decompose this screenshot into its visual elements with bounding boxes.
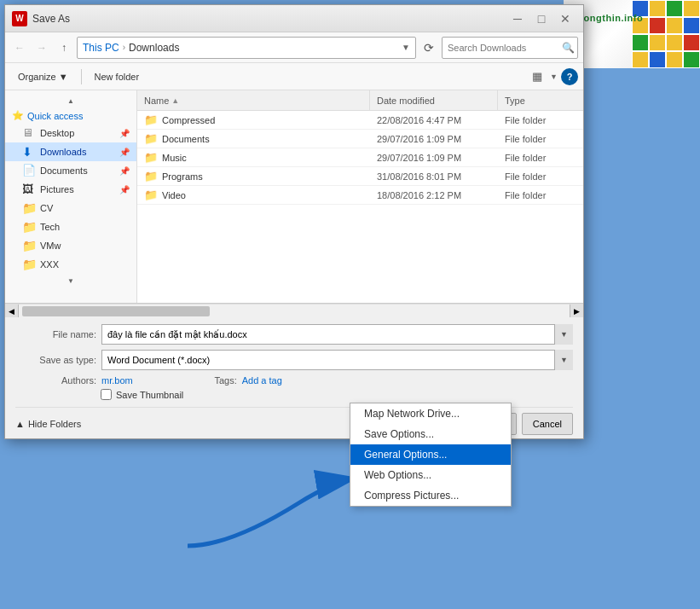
help-button[interactable]: ?: [561, 68, 578, 85]
filename-row: File name: ▼: [15, 324, 573, 345]
quick-access-header[interactable]: ⭐ Quick access: [5, 107, 136, 124]
save-thumbnail-checkbox[interactable]: [101, 389, 112, 400]
cv-folder-icon: 📁: [22, 201, 36, 215]
file-type-cell: File folder: [498, 134, 583, 144]
minimize-button[interactable]: ─: [506, 10, 529, 27]
file-type-cell: File folder: [498, 115, 583, 125]
savetype-dropdown-arrow[interactable]: ▼: [554, 350, 573, 370]
dropdown-item-web-options[interactable]: Web Options...: [350, 465, 511, 485]
breadcrumb[interactable]: This PC › Downloads ▼: [77, 37, 416, 59]
pictures-folder-icon: 🖼: [22, 183, 36, 196]
sidebar-item-desktop[interactable]: 🖥 Desktop 📌: [5, 124, 136, 142]
sidebar: ▲ ⭐ Quick access 🖥 Desktop 📌 ⬇ Downloads…: [5, 90, 137, 303]
wm-cell-3: [666, 0, 683, 17]
organize-button[interactable]: Organize ▼: [10, 67, 76, 86]
filename-input[interactable]: [101, 324, 573, 345]
maximize-button[interactable]: □: [530, 10, 552, 27]
hide-folders-arrow-icon: ▲: [15, 419, 25, 429]
sidebar-item-xxx[interactable]: 📁 XXX: [5, 255, 136, 274]
file-folder-icon: 📁: [144, 132, 158, 145]
xxx-folder-icon: 📁: [22, 258, 36, 271]
column-date[interactable]: Date modified: [370, 90, 498, 110]
sidebar-item-cv[interactable]: 📁 CV: [5, 199, 136, 218]
sidebar-scroll-up[interactable]: ▲: [5, 94, 136, 107]
sidebar-scroll-down[interactable]: ▼: [5, 274, 136, 287]
wm-cell-15: [666, 51, 683, 68]
column-type[interactable]: Type: [498, 90, 583, 110]
dropdown-item-save-options[interactable]: Save Options...: [350, 424, 511, 444]
file-list: Name ▲ Date modified Type 📁 Compressed 2…: [137, 90, 583, 303]
table-row[interactable]: 📁 Video 18/08/2016 2:12 PM File folder: [137, 186, 583, 205]
quick-access-label: Quick access: [27, 111, 83, 121]
savetype-input[interactable]: [101, 350, 573, 370]
file-name-cell: 📁 Video: [137, 188, 370, 201]
authors-label: Authors:: [15, 375, 96, 386]
back-button[interactable]: ←: [10, 38, 29, 57]
dropdown-item-map-network[interactable]: Map Network Drive...: [350, 403, 511, 424]
cancel-button[interactable]: Cancel: [522, 413, 573, 435]
file-name-cell: 📁 Documents: [137, 132, 370, 145]
sidebar-item-downloads[interactable]: ⬇ Downloads 📌: [5, 142, 136, 161]
organize-dropdown-icon: ▼: [59, 72, 68, 82]
forward-button[interactable]: →: [32, 38, 51, 57]
file-name: Music: [162, 153, 187, 163]
wm-cell-7: [666, 17, 683, 34]
table-row[interactable]: 📁 Music 29/07/2016 1:09 PM File folder: [137, 148, 583, 167]
search-button[interactable]: 🔍: [562, 42, 575, 54]
titlebar: W Save As ─ □ ✕: [5, 5, 583, 32]
save-as-dialog: W Save As ─ □ ✕ ← → ↑ This PC › Download…: [4, 4, 584, 439]
view-button[interactable]: ▦: [528, 67, 547, 86]
tech-folder-icon: 📁: [22, 220, 36, 234]
sidebar-item-tech[interactable]: 📁 Tech: [5, 218, 136, 236]
save-thumbnail-row: Save Thumbnail: [101, 389, 573, 400]
filename-dropdown-arrow[interactable]: ▼: [554, 324, 573, 345]
column-name[interactable]: Name ▲: [137, 90, 370, 110]
new-folder-button[interactable]: New folder: [87, 67, 148, 86]
refresh-button[interactable]: ⟳: [419, 38, 438, 57]
sidebar-item-documents[interactable]: 📄 Documents 📌: [5, 161, 136, 180]
file-name: Documents: [162, 134, 210, 144]
file-name-cell: 📁 Programs: [137, 170, 370, 183]
search-input[interactable]: [442, 37, 578, 59]
word-icon: W: [12, 11, 27, 26]
dropdown-item-general-options[interactable]: General Options...: [350, 444, 511, 465]
view-dropdown-arrow[interactable]: ▼: [550, 72, 558, 81]
pin-icon-documents: 📌: [119, 166, 130, 176]
up-button[interactable]: ↑: [55, 38, 73, 57]
sidebar-item-pictures[interactable]: 🖼 Pictures 📌: [5, 180, 136, 199]
organize-label: Organize: [18, 72, 56, 82]
desktop-icon: 🖥: [22, 126, 36, 140]
pin-icon-desktop: 📌: [119, 129, 130, 138]
tools-dropdown-menu: Map Network Drive... Save Options... Gen…: [350, 403, 512, 507]
horizontal-scrollbar[interactable]: ◀ ▶: [5, 304, 583, 317]
table-row[interactable]: 📁 Compressed 22/08/2016 4:47 PM File fol…: [137, 111, 583, 130]
filename-input-wrapper: ▼: [101, 324, 573, 345]
file-date-cell: 31/08/2016 8:01 PM: [370, 171, 498, 182]
column-type-label: Type: [505, 96, 525, 106]
downloads-folder-icon: ⬇: [22, 145, 36, 159]
vmw-folder-icon: 📁: [22, 239, 36, 252]
watermark: Truongthin.info: [564, 0, 700, 68]
close-button[interactable]: ✕: [554, 10, 576, 27]
breadcrumb-dropdown-arrow[interactable]: ▼: [402, 43, 410, 52]
current-folder-breadcrumb: Downloads: [129, 42, 179, 54]
dropdown-item-compress-pictures[interactable]: Compress Pictures...: [350, 485, 511, 506]
table-row[interactable]: 📁 Programs 31/08/2016 8:01 PM File folde…: [137, 167, 583, 186]
file-folder-icon: 📁: [144, 151, 158, 164]
savetype-input-wrapper: ▼: [101, 350, 573, 370]
this-pc-breadcrumb[interactable]: This PC: [83, 42, 119, 54]
toolbar-right: ▦ ▼ ?: [528, 67, 578, 86]
add-tag-link[interactable]: Add a tag: [242, 375, 282, 386]
authors-value[interactable]: mr.bom: [101, 375, 133, 386]
sidebar-item-label-xxx: XXX: [40, 259, 59, 270]
address-bar: ← → ↑ This PC › Downloads ▼ ⟳ 🔍: [5, 32, 583, 63]
table-row[interactable]: 📁 Documents 29/07/2016 1:09 PM File fold…: [137, 130, 583, 148]
hide-folders-button[interactable]: ▲ Hide Folders: [15, 419, 81, 429]
watermark-grid: [632, 0, 700, 68]
sidebar-item-vmw[interactable]: 📁 VMw: [5, 236, 136, 255]
hscroll-right-arrow[interactable]: ▶: [570, 304, 583, 317]
save-thumbnail-label[interactable]: Save Thumbnail: [116, 390, 183, 400]
authors-tags-row: Authors: mr.bom Tags: Add a tag: [15, 375, 573, 386]
hscroll-left-arrow[interactable]: ◀: [5, 304, 19, 317]
hscroll-thumb[interactable]: [22, 306, 210, 316]
